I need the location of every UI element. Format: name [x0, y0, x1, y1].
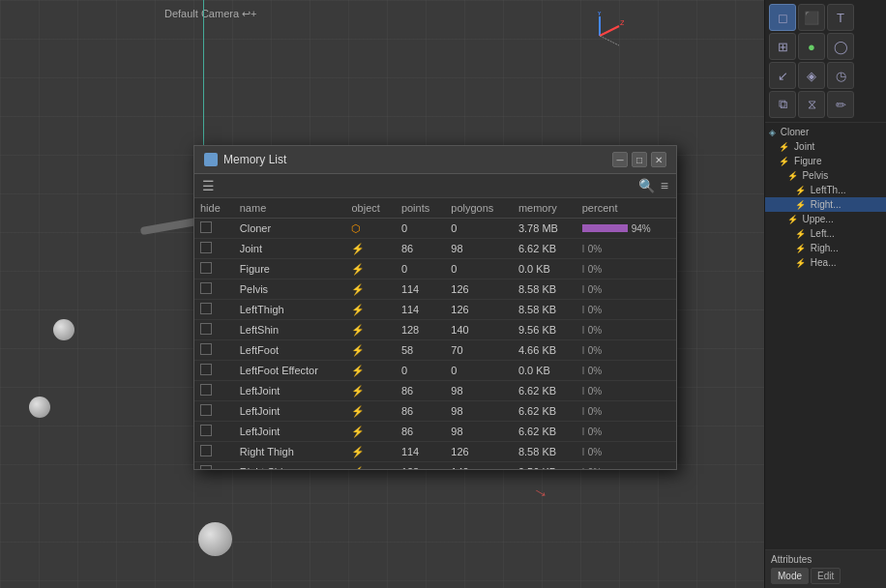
row-percent: 0%	[576, 320, 676, 340]
row-name: Right Thigh	[234, 442, 346, 462]
tree-item-9[interactable]: ⚡ Hea...	[765, 255, 886, 270]
tree-item-0[interactable]: ◈ Cloner	[765, 125, 886, 139]
col-points[interactable]: points	[396, 198, 445, 219]
hamburger-icon[interactable]: ☰	[202, 178, 215, 193]
memory-table: hide name object points polygons memory …	[194, 198, 676, 469]
svg-text:Z: Z	[620, 18, 624, 27]
tree-item-6[interactable]: ⚡ Uppe...	[765, 212, 886, 226]
row-checkbox-11[interactable]	[200, 445, 212, 456]
tree-item-7[interactable]: ⚡ Left...	[765, 226, 886, 241]
row-checkbox-9[interactable]	[200, 404, 212, 416]
row-checkbox-8[interactable]	[200, 384, 212, 396]
row-memory: 6.62 KB	[513, 381, 576, 401]
row-polygons: 140	[445, 462, 513, 470]
row-checkbox-4[interactable]	[200, 303, 212, 314]
row-polygons: 0	[445, 361, 513, 381]
row-memory: 4.66 KB	[513, 340, 576, 361]
row-points: 0	[396, 219, 445, 239]
svg-line-4	[600, 36, 619, 45]
import-icon[interactable]: ↙	[769, 62, 796, 89]
row-checkbox-5[interactable]	[200, 323, 212, 335]
row-polygons: 98	[445, 381, 513, 401]
edit-pencil-icon[interactable]: ✏	[827, 91, 854, 118]
row-checkbox-7[interactable]	[200, 364, 212, 375]
row-percent: 94%	[576, 219, 676, 239]
row-polygons: 126	[445, 279, 513, 300]
col-percent[interactable]: percent	[576, 198, 676, 219]
toolbar-left: ☰	[202, 178, 215, 193]
attr-tab-edit[interactable]: Edit	[811, 568, 841, 584]
col-hide[interactable]: hide	[194, 198, 234, 219]
minimize-button[interactable]: ─	[612, 152, 628, 167]
dialog-title-text: Memory List	[223, 153, 286, 166]
dialog-titlebar[interactable]: Memory List ─ □ ✕	[194, 146, 676, 174]
table-row: Joint⚡86986.62 KB 0%	[194, 239, 676, 259]
tree-item-8[interactable]: ⚡ Righ...	[765, 241, 886, 255]
row-percent: 0%	[576, 462, 676, 470]
table-row: Right Thigh⚡1141268.58 KB 0%	[194, 442, 676, 462]
tree-item-1[interactable]: ⚡ Joint	[765, 139, 886, 154]
row-polygons: 140	[445, 320, 513, 340]
table-row: Figure⚡000.0 KB 0%	[194, 259, 676, 279]
select-tool-icon[interactable]: ◻	[769, 4, 796, 31]
ring-icon[interactable]: ◯	[827, 33, 854, 60]
sphere-2	[29, 397, 50, 418]
row-points: 0	[396, 259, 445, 279]
attributes-label: Attributes	[771, 554, 880, 565]
row-percent: 0%	[576, 422, 676, 442]
paint-icon[interactable]: ◈	[798, 62, 825, 89]
row-memory: 6.62 KB	[513, 239, 576, 259]
text-tool-icon[interactable]: T	[827, 4, 854, 31]
col-object[interactable]: object	[345, 198, 395, 219]
row-points: 114	[396, 300, 445, 320]
row-checkbox-6[interactable]	[200, 343, 212, 355]
tree-item-4[interactable]: ⚡ LeftTh...	[765, 183, 886, 197]
row-memory: 6.62 KB	[513, 422, 576, 442]
row-checkbox-1[interactable]	[200, 242, 212, 253]
row-percent: 0%	[576, 340, 676, 361]
col-name[interactable]: name	[234, 198, 346, 219]
row-object-icon: ⚡	[345, 259, 395, 279]
row-checkbox-2[interactable]	[200, 262, 212, 274]
row-points: 128	[396, 320, 445, 340]
row-object-icon: ⚡	[345, 320, 395, 340]
tree-item-2[interactable]: ⚡ Figure	[765, 154, 886, 168]
sphere-3	[198, 522, 232, 556]
row-name: Joint	[234, 239, 346, 259]
col-polygons[interactable]: polygons	[445, 198, 513, 219]
svg-line-2	[600, 26, 619, 36]
bezier-icon[interactable]: ⧖	[798, 91, 825, 118]
row-checkbox-0[interactable]	[200, 221, 212, 233]
row-memory: 8.58 KB	[513, 442, 576, 462]
col-memory[interactable]: memory	[513, 198, 576, 219]
row-name: LeftJoint	[234, 401, 346, 422]
tree-item-5[interactable]: ⚡ Right...	[765, 197, 886, 212]
filter-icon[interactable]: ≡	[661, 178, 668, 193]
row-checkbox-10[interactable]	[200, 425, 212, 436]
row-name: Right Shin	[234, 462, 346, 470]
row-percent: 0%	[576, 381, 676, 401]
attr-tab-mode[interactable]: Mode	[771, 568, 809, 584]
row-object-icon: ⚡	[345, 442, 395, 462]
dialog-table-scroll[interactable]: hide name object points polygons memory …	[194, 198, 676, 469]
green-ball-icon[interactable]: ●	[798, 33, 825, 60]
row-object-icon: ⚡	[345, 462, 395, 470]
row-points: 86	[396, 381, 445, 401]
tree-item-3[interactable]: ⚡ Pelvis	[765, 168, 886, 183]
maximize-button[interactable]: □	[632, 152, 647, 167]
grid-icon[interactable]: ⊞	[769, 33, 796, 60]
row-points: 114	[396, 442, 445, 462]
row-percent: 0%	[576, 401, 676, 422]
row-checkbox-12[interactable]	[200, 465, 212, 469]
row-name: LeftJoint	[234, 381, 346, 401]
search-icon[interactable]: 🔍	[638, 178, 655, 193]
table-row: LeftFoot⚡58704.66 KB 0%	[194, 340, 676, 361]
table-row: LeftShin⚡1281409.56 KB 0%	[194, 320, 676, 340]
row-checkbox-3[interactable]	[200, 282, 212, 294]
clock-icon[interactable]: ◷	[827, 62, 854, 89]
layers-icon[interactable]: ⧉	[769, 91, 796, 118]
row-memory: 9.56 KB	[513, 320, 576, 340]
close-button[interactable]: ✕	[651, 152, 666, 167]
row-percent: 0%	[576, 300, 676, 320]
cube-icon[interactable]: ⬛	[798, 4, 825, 31]
